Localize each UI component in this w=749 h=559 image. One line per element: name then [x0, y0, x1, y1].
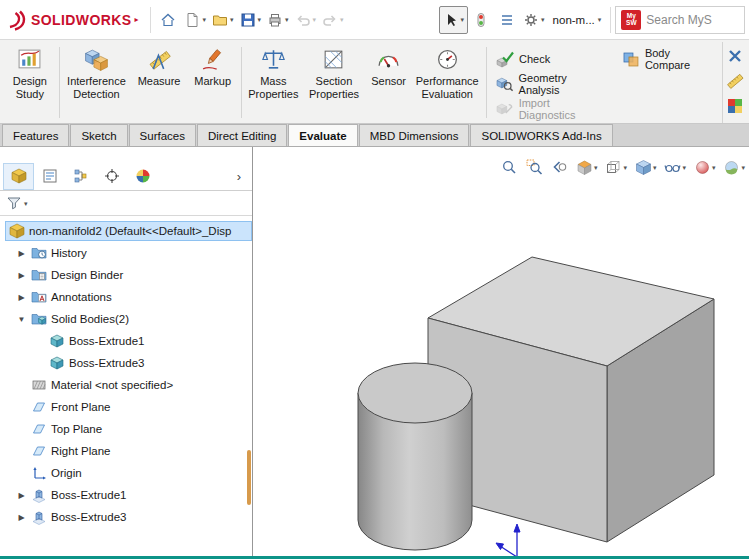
search-input[interactable]: Search MyS [646, 13, 711, 27]
tree-item-front-plane[interactable]: Front Plane [0, 396, 252, 418]
new-document-button[interactable]: ▾ [181, 6, 209, 34]
dropdown-caret-icon[interactable]: ▾ [202, 16, 206, 23]
tree-root-selection[interactable]: non-manifold2 (Default<<Default>_Disp [5, 221, 252, 241]
dropdown-caret-icon[interactable]: ▾ [598, 16, 602, 23]
redo-button[interactable]: ▾ [319, 6, 347, 34]
ruler-icon[interactable] [726, 72, 744, 90]
home-button[interactable] [155, 6, 181, 34]
previous-view-button[interactable] [551, 159, 568, 176]
tree-item-label: Material <not specified> [51, 379, 173, 391]
measure-button[interactable]: Measure [130, 42, 188, 123]
tab-features[interactable]: Features [2, 124, 69, 146]
import-diagnostics-button[interactable]: Import Diagnostics [496, 99, 608, 118]
check-button[interactable]: Check [496, 49, 608, 68]
view-orientation-button[interactable]: ▾ [605, 159, 627, 176]
tree-item-right-plane[interactable]: Right Plane [0, 440, 252, 462]
zoom-fit-button[interactable] [501, 159, 518, 176]
tab-sketch[interactable]: Sketch [70, 124, 127, 146]
zoom-area-button[interactable] [526, 159, 543, 176]
dimxpertmanager-tab[interactable] [96, 163, 127, 190]
open-folder-icon [212, 12, 228, 28]
tree-item-boss-extrude3[interactable]: ▶ Boss-Extrude3 [0, 506, 252, 528]
displaymanager-tab[interactable] [127, 163, 158, 190]
dropdown-caret-icon[interactable]: ▾ [285, 16, 289, 23]
zoom-area-icon [526, 159, 543, 176]
tree-item-history[interactable]: ▶ History [0, 242, 252, 264]
tree-item-origin[interactable]: Origin [0, 462, 252, 484]
tree-item-annotations[interactable]: ▶ Annotations [0, 286, 252, 308]
blue-x-icon[interactable] [726, 47, 744, 65]
dropdown-caret-icon[interactable]: ▾ [461, 16, 465, 23]
panel-flyout-chevron[interactable]: › [237, 169, 249, 184]
display-style-button[interactable]: ▾ [635, 159, 657, 176]
featuremanager-tab[interactable] [3, 163, 34, 190]
design-study-button[interactable]: DesignStudy [4, 42, 56, 123]
dropdown-caret-icon[interactable]: ▾ [594, 164, 598, 171]
select-tool-button[interactable]: ▾ [439, 6, 469, 34]
dropdown-caret-icon[interactable]: ▾ [741, 164, 745, 171]
section-view-button[interactable]: ▾ [576, 159, 598, 176]
section-properties-icon [321, 47, 346, 72]
tree-item-body-boss-extrude3[interactable]: Boss-Extrude3 [0, 352, 252, 374]
tree-scrollbar-thumb[interactable] [247, 450, 251, 505]
dropdown-caret-icon[interactable]: ▾ [24, 200, 28, 207]
tree-item-root[interactable]: non-manifold2 (Default<<Default>_Disp [0, 220, 252, 242]
ribbon-divider [241, 47, 242, 118]
solidworks-menu[interactable]: SOLIDWORKS ▸ [4, 9, 146, 31]
tab-mbd-dimensions[interactable]: MBD Dimensions [359, 124, 470, 146]
tab-direct-editing[interactable]: Direct Editing [197, 124, 287, 146]
cylinder-top-face[interactable] [358, 363, 472, 423]
rgb-colors-icon[interactable] [726, 97, 744, 115]
expand-arrow-icon[interactable]: ▶ [16, 491, 27, 500]
expand-arrow-icon[interactable]: ▶ [16, 513, 27, 522]
performance-evaluation-button[interactable]: PerformanceEvaluation [411, 42, 483, 123]
cylinder-body[interactable] [358, 363, 472, 550]
markup-button[interactable]: Markup [188, 42, 238, 123]
mass-properties-button[interactable]: MassProperties [245, 42, 303, 123]
boss-extrude-icon [31, 509, 47, 525]
print-button[interactable]: ▾ [264, 6, 292, 34]
open-button[interactable]: ▾ [209, 6, 237, 34]
expand-arrow-icon[interactable]: ▶ [16, 249, 27, 258]
selection-filter-button[interactable] [468, 6, 494, 34]
tab-evaluate[interactable]: Evaluate [288, 124, 357, 146]
hide-show-items-button[interactable]: ▾ [664, 159, 686, 176]
dropdown-caret-icon[interactable]: ▾ [623, 164, 627, 171]
edit-appearance-button[interactable]: ▾ [694, 159, 716, 176]
filter-funnel-icon[interactable] [6, 195, 22, 211]
configurationmanager-tab[interactable] [65, 163, 96, 190]
tab-surfaces[interactable]: Surfaces [129, 124, 196, 146]
body-compare-button[interactable]: Body Compare [622, 49, 718, 68]
dropdown-caret-icon[interactable]: ▾ [712, 164, 716, 171]
tree-item-design-binder[interactable]: ▶ Design Binder [0, 264, 252, 286]
model-3d[interactable] [253, 147, 749, 558]
tree-item-body-boss-extrude1[interactable]: Boss-Extrude1 [0, 330, 252, 352]
task-list-button[interactable] [494, 6, 520, 34]
section-properties-button[interactable]: SectionProperties [302, 42, 366, 123]
dropdown-caret-icon[interactable]: ▾ [682, 164, 686, 171]
tab-solidworks-add-ins[interactable]: SOLIDWORKS Add-Ins [470, 124, 612, 146]
dropdown-caret-icon[interactable]: ▾ [541, 16, 545, 23]
tree-item-boss-extrude1[interactable]: ▶ Boss-Extrude1 [0, 484, 252, 506]
search-box[interactable]: My SW Search MyS [615, 6, 745, 34]
tree-item-top-plane[interactable]: Top Plane [0, 418, 252, 440]
expand-arrow-icon[interactable]: ▶ [16, 271, 27, 280]
apply-scene-button[interactable]: ▾ [723, 159, 745, 176]
dropdown-caret-icon[interactable]: ▾ [230, 16, 234, 23]
dropdown-caret-icon[interactable]: ▾ [258, 16, 262, 23]
dropdown-caret-icon[interactable]: ▾ [653, 164, 657, 171]
save-button[interactable]: ▾ [237, 6, 265, 34]
document-menu[interactable]: non-m... ▾ [548, 14, 607, 26]
interference-detection-button[interactable]: InterferenceDetection [63, 42, 131, 123]
undo-button[interactable]: ▾ [292, 6, 320, 34]
geometry-analysis-button[interactable]: Geometry Analysis [496, 74, 608, 93]
sensor-button[interactable]: Sensor [366, 42, 412, 123]
options-button[interactable]: ▾ [520, 6, 548, 34]
measure-icon [147, 47, 172, 72]
tree-item-material[interactable]: Material <not specified> [0, 374, 252, 396]
propertymanager-tab[interactable] [34, 163, 65, 190]
collapse-arrow-icon[interactable]: ▼ [16, 315, 27, 324]
expand-arrow-icon[interactable]: ▶ [16, 293, 27, 302]
graphics-viewport[interactable]: ▾ ▾ ▾ ▾ ▾ ▾ [253, 147, 749, 558]
tree-item-solid-bodies[interactable]: ▼ Solid Bodies(2) [0, 308, 252, 330]
